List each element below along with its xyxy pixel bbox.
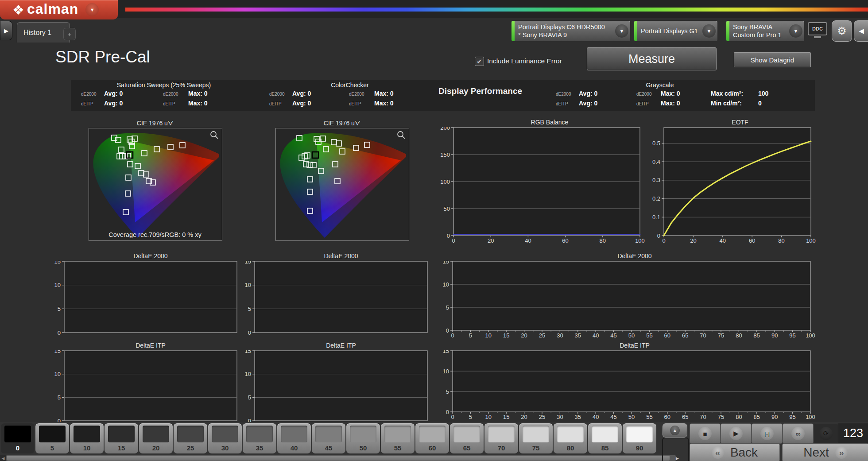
chevron-down-icon: ▼ xyxy=(702,24,716,38)
lum-value: 100 xyxy=(758,90,768,97)
include-luminance-error-label: Include Luminance Error xyxy=(487,57,562,65)
svg-text:10: 10 xyxy=(245,371,251,377)
svg-text:150: 150 xyxy=(440,151,450,158)
stat-value: Avg: 0 xyxy=(579,90,597,97)
swatch-label: 25 xyxy=(174,444,207,452)
chevron-up-icon: ▲ xyxy=(670,426,680,435)
pattern-swatch-45[interactable]: 45 xyxy=(312,423,345,453)
ddc-button[interactable]: DDC xyxy=(807,22,828,40)
display-performance-label: Display Performance xyxy=(438,86,522,96)
swatch-label: 80 xyxy=(554,444,587,452)
lum-value: 0 xyxy=(758,100,762,107)
gray-swatch xyxy=(212,426,238,442)
pattern-swatch-85[interactable]: 85 xyxy=(588,423,622,453)
pattern-swatch-10[interactable]: 10 xyxy=(70,423,104,453)
svg-text:80: 80 xyxy=(778,237,784,244)
pattern-swatch-20[interactable]: 20 xyxy=(139,423,173,453)
metric-label: dEITP xyxy=(636,101,649,106)
pattern-swatch-0[interactable]: 0 xyxy=(1,423,35,453)
svg-text:65: 65 xyxy=(682,332,688,339)
svg-text:40: 40 xyxy=(593,414,599,420)
svg-text:75: 75 xyxy=(718,332,724,339)
pattern-swatch-90[interactable]: 90 xyxy=(623,423,656,453)
metric-label: dEITP xyxy=(163,101,175,106)
ddc-monitor-icon: DDC xyxy=(808,22,827,35)
svg-text:0: 0 xyxy=(452,237,455,244)
swatch-label: 15 xyxy=(105,444,138,452)
add-tab-button[interactable]: + xyxy=(63,28,76,40)
pattern-swatch-75[interactable]: 75 xyxy=(519,423,553,453)
display-control-dropdown[interactable]: Sony BRAVIA Custom for Pro 1 ▼ xyxy=(726,21,804,41)
svg-text:100: 100 xyxy=(440,178,450,185)
svg-text:0: 0 xyxy=(446,327,449,334)
include-luminance-error-checkbox[interactable]: ✔ xyxy=(475,57,484,66)
swatch-label: 55 xyxy=(381,444,415,452)
svg-text:25: 25 xyxy=(539,414,545,420)
pattern-swatch-50[interactable]: 50 xyxy=(346,423,380,453)
stat-value: Avg: 0 xyxy=(104,100,123,107)
tab-history-1[interactable]: History 1 xyxy=(17,22,70,43)
collapse-strip-button[interactable]: ▲ xyxy=(663,423,687,438)
svg-text:0.2: 0.2 xyxy=(652,195,660,202)
pattern-swatch-70[interactable]: 70 xyxy=(484,423,518,453)
stop-button[interactable]: ■ xyxy=(690,423,721,444)
chevrons-left-icon: « xyxy=(712,446,724,459)
settings-button[interactable]: ⚙ xyxy=(832,20,852,42)
zoom-magnifier-icon[interactable] xyxy=(398,132,405,139)
scroll-left-arrow-icon[interactable]: ◀ xyxy=(0,455,6,461)
chart-title: DeltaE ITP xyxy=(240,342,427,350)
svg-text:10: 10 xyxy=(485,332,492,339)
pattern-swatch-40[interactable]: 40 xyxy=(277,423,311,453)
svg-text:35: 35 xyxy=(575,414,581,420)
measure-button[interactable]: Measure xyxy=(587,47,717,70)
pattern-scrollbar-thumb[interactable] xyxy=(7,456,670,461)
pattern-swatch-25[interactable]: 25 xyxy=(174,423,207,453)
stop-icon: ■ xyxy=(698,427,712,440)
chart-plot: 0510150510152025303540455055606570758085… xyxy=(438,261,817,341)
svg-text:25: 25 xyxy=(539,332,545,339)
svg-text:5: 5 xyxy=(58,394,61,401)
pattern-swatch-65[interactable]: 65 xyxy=(450,423,484,453)
gray-swatch xyxy=(557,426,584,442)
svg-text:0: 0 xyxy=(451,414,454,420)
svg-text:100: 100 xyxy=(635,237,645,244)
pattern-swatch-30[interactable]: 30 xyxy=(208,423,242,453)
cie-1976-chart-2: CIE 1976 u'v' xyxy=(275,120,408,241)
back-button[interactable]: « Back xyxy=(690,443,780,461)
colorchecker-title: ColorChecker xyxy=(283,81,416,89)
gray-swatch xyxy=(143,426,169,442)
svg-text:90: 90 xyxy=(771,332,778,339)
pattern-swatch-5[interactable]: 5 xyxy=(35,423,69,453)
svg-text:15: 15 xyxy=(245,261,251,265)
calman-menu-button[interactable]: ❖ calman ▼ xyxy=(0,0,118,19)
pattern-swatch-80[interactable]: 80 xyxy=(554,423,587,453)
stat-value: Max: 0 xyxy=(661,100,680,107)
metric-label: dE2000 xyxy=(349,92,364,97)
swatch-label: 90 xyxy=(623,444,656,452)
pattern-preview-thumbnail[interactable] xyxy=(662,438,689,461)
pattern-swatch-15[interactable]: 15 xyxy=(105,423,138,453)
pattern-swatch-55[interactable]: 55 xyxy=(381,423,415,453)
cie-1976-chart-1: CIE 1976 u'v'Coverage rec.709/sRGB: 0 % … xyxy=(89,120,221,241)
show-datagrid-button[interactable]: Show Datagrid xyxy=(734,52,811,67)
svg-text:0: 0 xyxy=(447,232,450,239)
pattern-swatch-60[interactable]: 60 xyxy=(415,423,449,453)
svg-text:40: 40 xyxy=(593,332,599,339)
refresh-button[interactable]: ⟳ xyxy=(814,423,838,444)
meter-dropdown[interactable]: Portrait Displays C6 HDR5000 * Sony BRAV… xyxy=(512,21,630,41)
chart-plot: 0510150510152025303540455055606570758085… xyxy=(438,350,817,422)
collapse-panel-button[interactable]: ◀ xyxy=(854,20,868,42)
svg-text:80: 80 xyxy=(736,414,742,420)
step-button[interactable]: [-] xyxy=(752,423,783,444)
pattern-generator-dropdown[interactable]: Portrait Displays G1 ▼ xyxy=(634,21,717,41)
swatch-label: 20 xyxy=(139,444,173,452)
sidebar-expand-button[interactable]: ▶ xyxy=(0,21,12,40)
chevron-down-icon: ▼ xyxy=(789,24,802,38)
metric-label: dEITP xyxy=(81,101,93,106)
play-button[interactable]: ▶ xyxy=(721,423,752,444)
zoom-magnifier-icon[interactable] xyxy=(211,132,218,139)
next-button[interactable]: Next » xyxy=(782,443,868,461)
svg-text:55: 55 xyxy=(646,414,652,420)
pattern-swatch-35[interactable]: 35 xyxy=(243,423,276,453)
loop-button[interactable]: ∞ xyxy=(783,423,814,444)
